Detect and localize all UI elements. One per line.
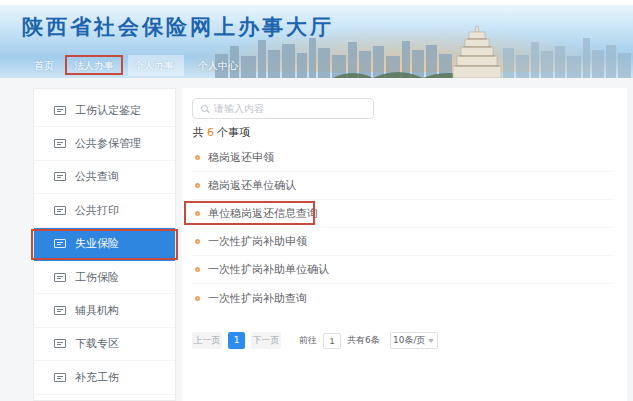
sidebar-item-public-print[interactable]: 公共打印	[34, 194, 175, 227]
menu-card-icon	[54, 172, 66, 181]
sidebar-item-label: 公共参保管理	[75, 136, 141, 151]
sidebar-item-label: 辅具机构	[75, 303, 119, 318]
current-page-button[interactable]: 1	[228, 332, 245, 349]
sidebar-item-work-injury-insurance[interactable]: 工伤保险	[34, 261, 175, 294]
bullet-icon	[195, 239, 200, 244]
service-item-onetime-subsidy-apply[interactable]: 一次性扩岗补助申领	[192, 228, 614, 256]
menu-card-icon	[54, 206, 66, 215]
page-title: 陕西省社会保险网上办事大厅	[22, 13, 334, 41]
goto-page-input[interactable]	[323, 333, 341, 349]
chevron-down-icon	[428, 339, 434, 343]
sidebar-item-assistive-device-org[interactable]: 辅具机构	[34, 294, 175, 327]
summary-suffix: 个事项	[217, 126, 250, 139]
sidebar-item-public-insurance-mgmt[interactable]: 公共参保管理	[34, 127, 175, 160]
sidebar-item-label: 工伤认定鉴定	[75, 103, 141, 118]
prev-page-button[interactable]: 上一页	[192, 332, 222, 349]
service-item-unit-stable-post-return-query[interactable]: 单位稳岗返还信息查询	[192, 200, 614, 228]
bullet-icon	[195, 183, 200, 188]
search-input[interactable]	[214, 103, 359, 114]
service-item-label: 稳岗返还申领	[208, 150, 274, 165]
sidebar-item-supplementary-work-injury[interactable]: 补充工伤	[34, 361, 175, 394]
service-list: 稳岗返还申领 稳岗返还单位确认 单位稳岗返还信息查询 一次性扩岗补助申领 一次性…	[192, 144, 614, 312]
menu-card-icon	[54, 273, 66, 282]
service-item-stable-post-return-confirm[interactable]: 稳岗返还单位确认	[192, 172, 614, 200]
menu-card-icon	[54, 373, 66, 382]
pagination: 上一页 1 下一页 前往 共有6条 10条/页	[192, 332, 438, 349]
service-item-onetime-subsidy-query[interactable]: 一次性扩岗补助查询	[192, 284, 614, 312]
tab-personal-center[interactable]: 个人中心	[198, 59, 238, 73]
sidebar-item-download-zone[interactable]: 下载专区	[34, 328, 175, 361]
tab-home[interactable]: 首页	[34, 59, 54, 73]
service-item-stable-post-return-apply[interactable]: 稳岗返还申领	[192, 144, 614, 172]
sidebar-item-label: 补充工伤	[75, 370, 119, 385]
service-item-label: 一次性扩岗补助单位确认	[208, 262, 329, 277]
item-count-summary: 共6个事项	[193, 125, 250, 140]
page: 陕西省社会保险网上办事大厅 首页 法人办事 个人办事 个人中心 工伤认定鉴定 公…	[0, 0, 633, 401]
page-size-select[interactable]: 10条/页	[390, 332, 438, 349]
search-box[interactable]	[192, 98, 374, 119]
service-item-label: 一次性扩岗补助查询	[208, 291, 307, 306]
sidebar-menu: 工伤认定鉴定 公共参保管理 公共查询 公共打印 失业保险 工伤保险 辅具机构	[33, 88, 176, 401]
summary-prefix: 共	[193, 126, 204, 139]
sidebar-item-label: 公共打印	[75, 203, 119, 218]
search-icon	[201, 105, 208, 112]
page-size-value: 10条/页	[393, 334, 425, 347]
pagoda-icon	[453, 26, 501, 78]
bullet-icon	[195, 155, 200, 160]
tab-personal-services[interactable]: 个人办事	[134, 59, 174, 73]
main-panel: 共6个事项 稳岗返还申领 稳岗返还单位确认 单位稳岗返还信息查询 一次性扩岗补助…	[182, 88, 627, 401]
service-item-label: 稳岗返还单位确认	[208, 178, 296, 193]
menu-card-icon	[54, 139, 66, 148]
sidebar-item-unemployment-insurance[interactable]: 失业保险	[34, 228, 175, 261]
next-page-button[interactable]: 下一页	[251, 332, 281, 349]
sidebar-item-label: 下载专区	[75, 336, 119, 351]
menu-card-icon	[54, 339, 66, 348]
menu-card-icon	[54, 306, 66, 315]
sidebar-item-label: 公共查询	[75, 169, 119, 184]
summary-count: 6	[207, 126, 214, 139]
sidebar-item-public-query[interactable]: 公共查询	[34, 161, 175, 194]
bullet-icon	[195, 267, 200, 272]
menu-card-icon	[54, 106, 66, 115]
tab-legal-services[interactable]: 法人办事	[74, 59, 114, 73]
total-records-label: 共有6条	[347, 334, 380, 347]
service-item-label: 单位稳岗返还信息查询	[208, 206, 318, 221]
service-item-onetime-subsidy-confirm[interactable]: 一次性扩岗补助单位确认	[192, 256, 614, 284]
bullet-icon	[195, 211, 200, 216]
menu-card-icon	[54, 239, 66, 248]
sidebar-item-label: 工伤保险	[75, 270, 119, 285]
service-item-label: 一次性扩岗补助申领	[208, 234, 307, 249]
bullet-icon	[195, 296, 200, 301]
goto-label: 前往	[299, 334, 317, 347]
sidebar-item-label: 失业保险	[75, 236, 119, 251]
sidebar-item-work-injury-appraisal[interactable]: 工伤认定鉴定	[34, 94, 175, 127]
